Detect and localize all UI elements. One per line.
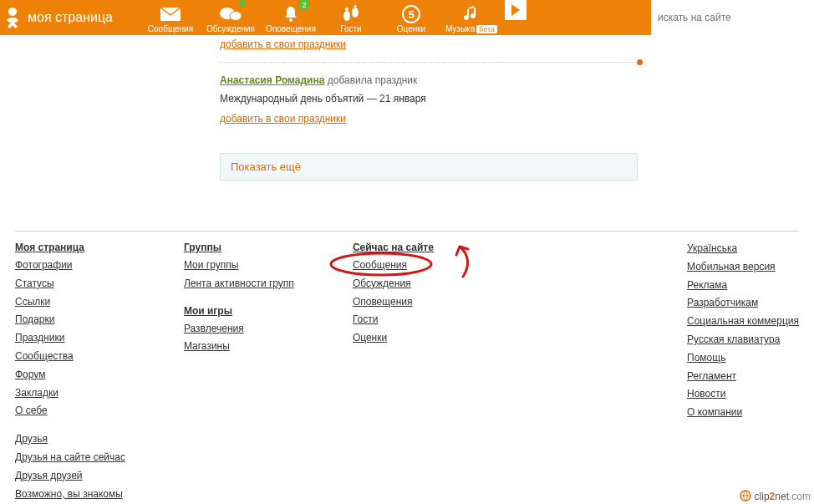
feed-holiday-text: Международный день объятий — 21 января: [220, 93, 638, 104]
badge-count: 2: [299, 0, 309, 10]
footer-link[interactable]: О себе: [15, 404, 125, 418]
footer-link[interactable]: Закладки: [15, 386, 125, 400]
badge: [239, 0, 246, 7]
footer-link[interactable]: Друзья друзей: [15, 469, 125, 483]
footer-link[interactable]: Форум: [15, 368, 125, 382]
red-arrow-annotation-icon: [445, 243, 478, 280]
nav-guests[interactable]: Гости: [321, 0, 381, 35]
play-button[interactable]: [505, 0, 527, 20]
bell-icon: [282, 5, 299, 23]
footer-col-3: Сейчас на сайте Сообщения Обсуждения Опо…: [353, 242, 434, 504]
top-nav-bar: моя страница Сообщения Обсуждения 2 Опов…: [0, 0, 814, 35]
nav-label: Оповещения: [266, 24, 316, 33]
rating-five-icon: 5: [402, 5, 420, 23]
footer-col-1: Моя страница Фотографии Статусы Ссылки П…: [15, 242, 125, 504]
footer-link[interactable]: Друзья на сайте сейчас: [15, 451, 125, 465]
footer-link[interactable]: Возможно, вы знакомы: [15, 487, 125, 501]
nav-ratings[interactable]: 5 Оценки: [381, 0, 441, 35]
add-holiday-link[interactable]: добавить в свои праздники: [220, 113, 346, 125]
footer-link[interactable]: Мои группы: [184, 258, 294, 272]
nav-notifications[interactable]: 2 Оповещения: [261, 0, 321, 35]
nav-label: Обсуждения: [206, 24, 255, 33]
footer-link[interactable]: Лента активности групп: [184, 277, 294, 291]
footer-link[interactable]: Мобильная версия: [687, 260, 799, 274]
footer-link[interactable]: Магазины: [184, 339, 294, 354]
footer-header[interactable]: Моя страница: [15, 242, 125, 253]
footer-link[interactable]: Реклама: [687, 278, 799, 293]
svg-point-0: [8, 8, 17, 16]
nav-label: Оценки: [397, 24, 425, 33]
feed-area: добавить в свои праздники Анастасия Рома…: [220, 35, 638, 181]
ok-logo-icon: [3, 6, 23, 29]
footer-link[interactable]: Сообщества: [15, 349, 125, 364]
nav-discussions[interactable]: Обсуждения: [201, 0, 261, 35]
footer-col-2: Группы Мои группы Лента активности групп…: [184, 242, 294, 504]
user-name-link[interactable]: Анастасия Ромадина: [220, 74, 324, 86]
nav-music[interactable]: Музыкабета: [441, 0, 501, 35]
footer-header[interactable]: Сейчас на сайте: [353, 242, 434, 253]
footer-link[interactable]: Фотографии: [15, 258, 125, 272]
footer-col-4: Українська Мобильная версия Реклама Разр…: [687, 242, 799, 504]
footer-link[interactable]: Оценки: [353, 331, 434, 345]
svg-point-3: [230, 12, 242, 21]
footer-link[interactable]: Ссылки: [15, 295, 125, 309]
footer-link-messages[interactable]: Сообщения: [353, 258, 407, 272]
feed-entry-header: Анастасия Ромадина добавила праздник: [220, 74, 638, 86]
watermark: clip2net.com: [740, 490, 811, 502]
page-title: моя страница: [28, 10, 113, 25]
search-container: [651, 0, 814, 35]
feed-separator: [220, 62, 638, 63]
svg-point-6: [352, 8, 359, 18]
nav-label: Музыкабета: [445, 24, 497, 33]
logo-block[interactable]: моя страница: [0, 6, 120, 29]
footer-header[interactable]: Группы: [184, 242, 294, 253]
footer-link[interactable]: Помощь: [687, 351, 799, 365]
footer-link[interactable]: Статусы: [15, 277, 125, 291]
footer-link[interactable]: Українська: [687, 242, 799, 256]
search-input[interactable]: [651, 0, 814, 35]
main-nav: Сообщения Обсуждения 2 Оповещения Гости …: [140, 0, 527, 35]
footer-header[interactable]: Мои игры: [184, 305, 294, 317]
show-more-button[interactable]: Показать ещё: [220, 153, 638, 181]
footer-link[interactable]: Обсуждения: [353, 277, 434, 291]
svg-point-7: [345, 8, 348, 11]
nav-messages[interactable]: Сообщения: [140, 0, 201, 35]
feed-action-text: добавила праздник: [328, 74, 418, 86]
footer-link[interactable]: Развлечения: [184, 322, 294, 336]
footer-link[interactable]: Подарки: [15, 313, 125, 327]
footer-link[interactable]: Разработчикам: [687, 296, 799, 310]
dot-icon: [637, 59, 643, 65]
footer-link[interactable]: Социальная коммерция: [687, 314, 799, 328]
footer-link[interactable]: Друзья: [15, 432, 125, 446]
nav-label: Гости: [340, 24, 361, 33]
svg-point-5: [343, 11, 350, 21]
envelope-icon: [160, 5, 181, 23]
footer-link[interactable]: Русская клавиатура: [687, 333, 799, 347]
music-note-icon: [463, 5, 480, 23]
globe-icon: [740, 490, 751, 501]
footer: Моя страница Фотографии Статусы Ссылки П…: [15, 231, 799, 504]
footer-link[interactable]: Оповещения: [353, 295, 434, 309]
add-holiday-link-top[interactable]: добавить в свои праздники: [220, 38, 346, 50]
footer-link[interactable]: О компании: [687, 405, 799, 420]
highlighted-link-wrap: Сообщения: [353, 258, 407, 277]
footer-link[interactable]: Регламент: [687, 369, 799, 384]
footer-link[interactable]: Гости: [353, 313, 434, 327]
beta-tag: бета: [476, 25, 497, 33]
svg-point-8: [354, 5, 356, 8]
footprints-icon: [341, 5, 361, 23]
nav-label: Сообщения: [148, 24, 193, 33]
play-icon: [511, 4, 520, 16]
bubbles-icon: [219, 5, 242, 23]
svg-point-4: [289, 18, 293, 22]
footer-link[interactable]: Праздники: [15, 331, 125, 345]
footer-link[interactable]: Новости: [687, 387, 799, 401]
svg-text:5: 5: [408, 8, 414, 21]
